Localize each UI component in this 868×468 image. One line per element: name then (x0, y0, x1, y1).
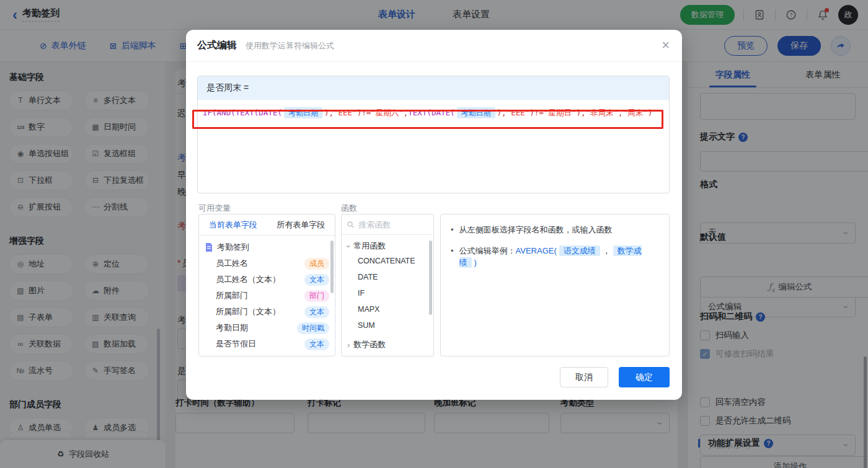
variable-type-badge: 成员 (304, 258, 329, 270)
tab-所有表单字段[interactable]: 所有表单字段 (267, 214, 335, 235)
formula-editor-modal: 公式编辑 使用数学运算符编辑公式 × 是否周末 = IF(AND(TEXT(DA… (186, 30, 682, 400)
formula-token: "EEE" (507, 108, 530, 117)
function-group-数学函数[interactable]: ›数学函数 (342, 333, 433, 351)
variables-tabs: 当前表单字段所有表单字段 (199, 214, 335, 236)
form-root-node[interactable]: 考勤签到 (199, 236, 335, 255)
chevron-down-icon: › (345, 245, 353, 247)
variable-type-badge: 时间戳 (297, 322, 329, 334)
function-search-input[interactable] (358, 220, 428, 229)
hint-field-chip: 语文成绩 (559, 245, 600, 256)
formula-token: IF(AND(TEXT(DATE( (203, 108, 282, 117)
formula-target-field: 是否周末 = (198, 76, 669, 100)
function-search (342, 214, 433, 235)
variable-name: 所属部门 (216, 290, 248, 301)
function-group-常用函数[interactable]: ›常用函数 (342, 235, 433, 253)
functions-label: 函数 (341, 203, 357, 214)
formula-token: ), (324, 108, 334, 117)
cancel-button[interactable]: 取消 (560, 367, 608, 387)
variable-item[interactable]: 员工姓名成员 (199, 255, 335, 272)
variable-item[interactable]: 是否节假日文本 (199, 336, 335, 352)
field-chip[interactable]: 考勤日期 (284, 107, 322, 118)
bullet: • (451, 245, 454, 269)
hint-example: 公式编辑举例：AVERAGE(语文成绩，数学成绩) (459, 245, 659, 269)
root-label: 考勤签到 (217, 242, 249, 253)
hint-prefix: 公式编辑举例： (459, 246, 516, 255)
variables-scrollbar[interactable] (330, 241, 334, 293)
formula-token: )!= (529, 108, 544, 117)
hint-line: • 公式编辑举例：AVERAGE(语文成绩，数学成绩) (451, 245, 659, 269)
variable-type-badge: 文本 (304, 306, 329, 318)
hint-line: • 从左侧面板选择字段名和函数，或输入函数 (451, 224, 659, 236)
hint-fn-close: ) (474, 258, 477, 267)
function-item-CONCATENATE[interactable]: CONCATENATE (342, 253, 433, 269)
modal-header: 公式编辑 使用数学运算符编辑公式 (186, 30, 682, 62)
formula-hints-panel: • 从左侧面板选择字段名和函数，或输入函数 • 公式编辑举例：AVERAGE(语… (440, 214, 670, 356)
document-icon (205, 243, 213, 252)
function-item-SUM[interactable]: SUM (342, 317, 433, 333)
variable-item[interactable]: 所属部门（文本）文本 (199, 304, 335, 320)
bullet: • (451, 224, 454, 236)
variable-type-badge: 文本 (304, 274, 329, 286)
formula-token: "EEE" (334, 108, 357, 117)
formula-token: "星期日" (544, 108, 577, 117)
hint-text: 从左侧面板选择字段名和函数，或输入函数 (459, 224, 613, 236)
hint-fn-open: AVERAGE( (516, 246, 557, 255)
formula-token: )!= (357, 108, 371, 117)
confirm-button[interactable]: 确定 (619, 367, 670, 387)
function-group-文本函数[interactable]: ›文本函数 (342, 351, 433, 356)
function-item-DATE[interactable]: DATE (342, 269, 433, 285)
modal-subtitle: 使用数学运算符编辑公式 (246, 40, 334, 51)
hint-separator: ， (603, 246, 611, 255)
field-chip[interactable]: 考勤日期 (457, 107, 495, 118)
function-item-MAPX[interactable]: MAPX (342, 301, 433, 317)
tab-当前表单字段[interactable]: 当前表单字段 (199, 214, 267, 235)
formula-token: "非周末" (585, 108, 618, 117)
functions-scrollbar[interactable] (429, 241, 432, 315)
variable-name: 是否节假日 (216, 338, 256, 350)
formula-editor: 是否周末 = IF(AND(TEXT(DATE(考勤日期),"EEE")!="星… (197, 76, 670, 193)
variable-item[interactable]: 员工姓名（文本）文本 (199, 272, 335, 288)
formula-token: ), (576, 108, 585, 117)
variable-name: 员工姓名（文本） (216, 274, 280, 285)
variables-label: 可用变量 (198, 203, 231, 214)
formula-token: ), (497, 108, 507, 117)
function-group-label: 常用函数 (353, 241, 386, 252)
formula-token: "星期六" (371, 108, 404, 117)
function-group-label: 数学函数 (353, 339, 386, 350)
search-icon (347, 221, 354, 229)
modal-title: 公式编辑 (197, 39, 237, 52)
formula-token: "周末" (623, 108, 648, 117)
function-item-IF[interactable]: IF (342, 285, 433, 301)
chevron-right-icon: › (347, 341, 350, 349)
formula-input[interactable]: IF(AND(TEXT(DATE(考勤日期),"EEE")!="星期六",TEX… (198, 100, 669, 126)
functions-panel: ›常用函数CONCATENATEDATEIFMAPXSUM›数学函数›文本函数 (341, 214, 434, 356)
variables-panel: 当前表单字段所有表单字段 考勤签到 员工姓名成员员工姓名（文本）文本所属部门部门… (198, 214, 335, 356)
variable-type-badge: 部门 (304, 290, 329, 302)
variable-type-badge: 文本 (304, 338, 329, 350)
variable-name: 考勤日期 (216, 322, 248, 333)
formula-token: TEXT(DATE( (408, 108, 454, 117)
variable-item[interactable]: 所属部门部门 (199, 288, 335, 304)
variable-name: 员工姓名 (216, 258, 248, 269)
formula-token: , (618, 108, 623, 117)
close-icon[interactable]: × (662, 38, 670, 52)
variable-item[interactable]: 考勤日期时间戳 (199, 320, 335, 336)
formula-token: ) (648, 108, 653, 117)
variable-name: 所属部门（文本） (216, 306, 280, 317)
